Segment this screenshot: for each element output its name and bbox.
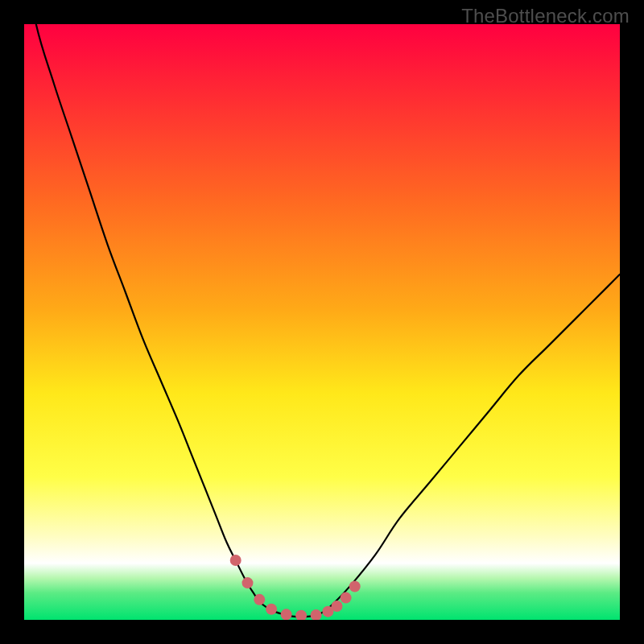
watermark-text: TheBottleneck.com xyxy=(461,5,630,27)
chart-svg xyxy=(24,24,620,620)
highlight-dot xyxy=(230,555,242,566)
highlight-dot xyxy=(242,577,254,588)
highlight-dot xyxy=(341,592,352,604)
highlight-dot xyxy=(266,604,277,615)
chart-frame: TheBottleneck.com xyxy=(0,0,644,644)
highlight-dot xyxy=(332,601,343,612)
highlight-dot xyxy=(254,594,265,605)
chart-plot-area xyxy=(24,24,620,620)
highlight-dot xyxy=(281,609,292,620)
chart-background-gradient xyxy=(24,24,620,620)
highlight-dot xyxy=(349,581,361,592)
